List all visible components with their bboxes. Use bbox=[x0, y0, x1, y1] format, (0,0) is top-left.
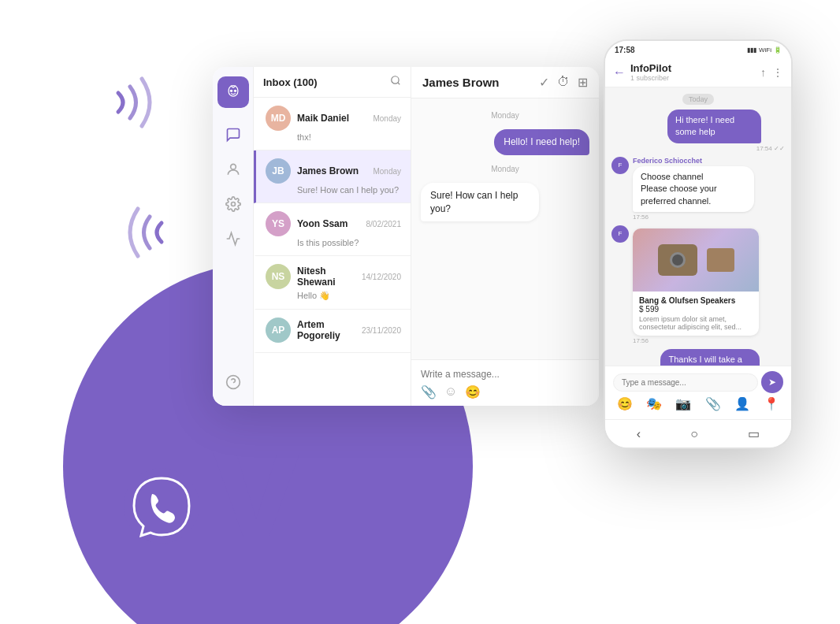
chat-input-area: 📎 ☺ 😊 bbox=[411, 359, 599, 406]
product-desc: Lorem ipsum dolor sit amet, consectetur … bbox=[639, 315, 753, 331]
help-nav-icon[interactable] bbox=[219, 368, 247, 396]
contact-item-nitesh-shewani[interactable]: NS Nitesh Shewani 14/12/2020 Hello 👋 bbox=[254, 256, 411, 310]
contact-msg: Sure! How can I help you? bbox=[266, 185, 401, 195]
emoji-icon[interactable]: ☺ bbox=[444, 384, 457, 399]
product-card[interactable]: Bang & Olufsen Speakers $ 599 Lorem ipsu… bbox=[633, 228, 759, 336]
phone-product-time: 17:56 bbox=[633, 337, 785, 344]
attachment-icon[interactable]: 📎 bbox=[421, 384, 437, 399]
settings-nav-icon[interactable] bbox=[219, 190, 247, 218]
contact-name: Yoon Ssam bbox=[297, 218, 360, 229]
phone-msg-received-1: Choose channelPlease choose your preferr… bbox=[633, 166, 754, 212]
speaker-img-2 bbox=[707, 248, 734, 272]
bot-icon[interactable] bbox=[217, 76, 249, 108]
contact-avatar: JB bbox=[266, 158, 291, 184]
phone-nav-bar: ‹ ○ ▭ bbox=[605, 419, 791, 448]
chat-header-actions: ✓ ⏱ ⊞ bbox=[539, 75, 588, 90]
clock-icon[interactable]: ⏱ bbox=[557, 75, 570, 90]
phone-nav-back[interactable]: ‹ bbox=[637, 427, 641, 441]
contact-name: Nitesh Shewani bbox=[297, 266, 355, 288]
search-button[interactable] bbox=[390, 75, 401, 89]
contact-item-yoon-ssam[interactable]: YS Yoon Ssam 8/02/2021 Is this possible? bbox=[254, 203, 411, 256]
chat-date-label-2: Monday bbox=[421, 165, 589, 173]
product-card-info: Bang & Olufsen Speakers $ 599 Lorem ipsu… bbox=[633, 292, 759, 336]
contact-name: Maik Daniel bbox=[297, 113, 366, 124]
phone-msg-time-1: 17:54 ✓✓ bbox=[667, 145, 785, 152]
chat-contact-name: James Brown bbox=[422, 76, 500, 89]
contact-item-james-brown[interactable]: JB James Brown Monday Sure! How can I he… bbox=[254, 150, 411, 203]
chat-message-input[interactable] bbox=[421, 369, 589, 380]
contact-date: 14/12/2020 bbox=[362, 273, 401, 281]
phone-msg-time-2: 17:56 bbox=[633, 214, 785, 221]
chat-msg-sent-1: Hello! I need help! bbox=[494, 129, 589, 155]
contact-avatar: MD bbox=[266, 106, 291, 131]
contact-msg: Is this possible? bbox=[266, 238, 401, 247]
phone-share-icon[interactable]: ↑ bbox=[760, 66, 766, 79]
phone-tool-sticker[interactable]: 🎭 bbox=[646, 396, 662, 411]
contact-msg: Hello 👋 bbox=[266, 291, 401, 301]
chat-nav-icon[interactable] bbox=[219, 121, 247, 149]
contact-item-maik-daniel[interactable]: MD Maik Daniel Monday thx! bbox=[254, 98, 411, 150]
product-price: $ 599 bbox=[639, 305, 753, 314]
phone-chat-header: ← InfoPilot 1 subscriber ↑ ⋮ bbox=[605, 58, 791, 87]
signal-waves-left bbox=[95, 63, 158, 145]
phone-message-input[interactable] bbox=[613, 373, 758, 392]
phone-avatar-federico-2: F bbox=[611, 225, 629, 243]
contact-avatar: NS bbox=[266, 264, 291, 289]
contact-date: Monday bbox=[373, 114, 401, 123]
contact-avatar: AP bbox=[266, 318, 291, 343]
contact-date: 23/11/2020 bbox=[362, 326, 401, 335]
phone-header-icons: ↑ ⋮ bbox=[760, 66, 783, 79]
phone-nav-home[interactable]: ○ bbox=[690, 427, 698, 441]
grid-icon[interactable]: ⊞ bbox=[578, 75, 588, 90]
phone-app-name: InfoPilot bbox=[630, 62, 756, 74]
phone-nav-recents[interactable]: ▭ bbox=[748, 426, 760, 441]
chat-messages-area: Monday Hello! I need help! Monday Sure! … bbox=[411, 98, 599, 359]
svg-point-9 bbox=[392, 76, 399, 84]
battery-icon: 🔋 bbox=[774, 46, 782, 54]
signal-icon: ▮▮▮ bbox=[747, 46, 756, 54]
contact-avatar: YS bbox=[266, 211, 291, 236]
contact-list-body: MD Maik Daniel Monday thx! JB James Brow… bbox=[254, 98, 411, 353]
phone-menu-icon[interactable]: ⋮ bbox=[772, 66, 783, 79]
check-icon[interactable]: ✓ bbox=[539, 75, 549, 90]
phone-send-button[interactable]: ➤ bbox=[761, 371, 783, 393]
phone-msg-sent-2: Thanks I will take a look at it bbox=[660, 349, 760, 366]
chat-input-toolbar: 📎 ☺ 😊 bbox=[421, 384, 589, 399]
phone-tool-attachment[interactable]: 📎 bbox=[705, 396, 721, 411]
sidebar-icons-panel bbox=[213, 67, 254, 406]
phone-date-divider: Today bbox=[682, 94, 714, 105]
svg-point-5 bbox=[230, 164, 236, 169]
contact-list-header: Inbox (100) bbox=[254, 67, 411, 98]
phone-product-card-group: F Bang & Olufsen Speakers $ 599 bbox=[611, 225, 785, 344]
phone-status-bar: 17:58 ▮▮▮ WiFi 🔋 bbox=[605, 41, 791, 58]
wifi-icon: WiFi bbox=[759, 46, 771, 54]
inbox-label: Inbox (100) bbox=[263, 76, 318, 88]
contacts-nav-icon[interactable] bbox=[219, 155, 247, 184]
chat-panel: James Brown ✓ ⏱ ⊞ Monday Hello! I need h… bbox=[411, 67, 599, 406]
phone-input-area: ➤ 😊 🎭 📷 📎 👤 📍 bbox=[605, 366, 791, 419]
product-name: Bang & Olufsen Speakers bbox=[639, 296, 753, 305]
phone-tool-camera[interactable]: 📷 bbox=[675, 396, 691, 411]
mobile-phone: 17:58 ▮▮▮ WiFi 🔋 ← InfoPilot 1 subscribe… bbox=[604, 39, 793, 449]
phone-avatar-federico: F bbox=[611, 157, 629, 174]
contact-msg: thx! bbox=[266, 132, 401, 142]
phone-subscriber-count: 1 subscriber bbox=[630, 74, 756, 82]
phone-messages-area: Today Hi there! I need some help 17:54 ✓… bbox=[605, 87, 791, 366]
analytics-nav-icon[interactable] bbox=[219, 225, 247, 253]
contact-item-artem-pogoreliy[interactable]: AP Artem Pogoreliy 23/11/2020 bbox=[254, 310, 411, 353]
contact-date: Monday bbox=[373, 167, 401, 176]
svg-line-10 bbox=[398, 83, 400, 85]
viber-logo bbox=[122, 466, 201, 545]
sticker-icon[interactable]: 😊 bbox=[465, 384, 481, 399]
phone-tool-contact[interactable]: 👤 bbox=[734, 396, 750, 411]
contact-name: Artem Pogoreliy bbox=[297, 319, 355, 341]
signal-waves-right bbox=[122, 193, 185, 275]
contact-date: 8/02/2021 bbox=[366, 220, 402, 228]
contact-list-panel: Inbox (100) MD Maik Daniel Monday thx! J… bbox=[254, 67, 411, 406]
phone-tool-emoji[interactable]: 😊 bbox=[617, 396, 633, 411]
phone-back-button[interactable]: ← bbox=[613, 65, 626, 80]
contact-name: James Brown bbox=[297, 165, 366, 176]
svg-point-2 bbox=[233, 90, 236, 92]
phone-input-row: ➤ bbox=[613, 371, 783, 393]
phone-tool-location[interactable]: 📍 bbox=[764, 396, 779, 411]
